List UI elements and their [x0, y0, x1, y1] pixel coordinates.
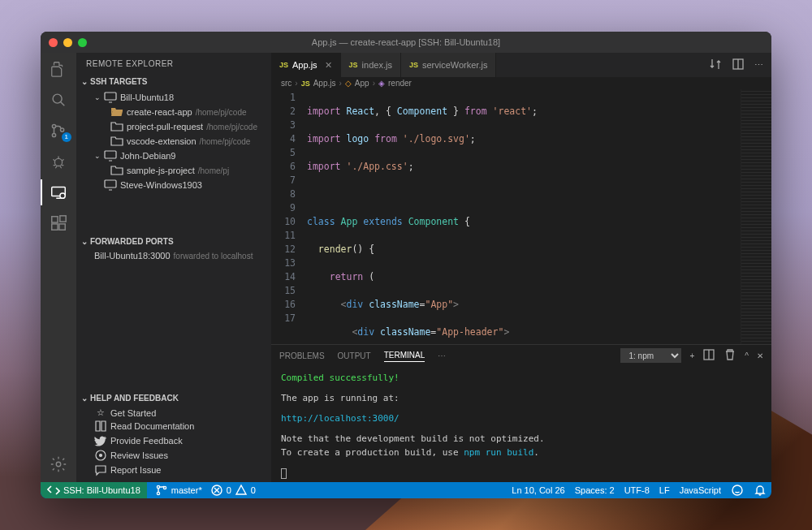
- kill-terminal-icon[interactable]: [723, 348, 736, 363]
- breadcrumb[interactable]: src› JSApp.js› ◇App› ◈render: [271, 77, 771, 89]
- tab-label: serviceWorker.js: [422, 60, 487, 70]
- folder-label: create-react-app: [127, 107, 192, 117]
- host-label: John-Debian9: [120, 151, 176, 161]
- chevron-down-icon: ⌄: [81, 394, 88, 403]
- panel-more-icon[interactable]: ⋯: [438, 351, 446, 360]
- feedback-icon[interactable]: [731, 484, 744, 497]
- window-title: App.js — create-react-app [SSH: Bill-Ubu…: [41, 37, 771, 47]
- term-line: .: [533, 447, 539, 458]
- encoding-status[interactable]: UTF-8: [624, 485, 650, 495]
- notifications-icon[interactable]: [754, 484, 767, 497]
- svg-point-3: [60, 128, 63, 131]
- vm-icon: [104, 91, 117, 104]
- vm-icon: [104, 149, 117, 162]
- editor-tabs: JSApp.js✕ JSindex.js JSserviceWorker.js …: [271, 53, 771, 77]
- extensions-icon[interactable]: [49, 213, 68, 233]
- debug-icon[interactable]: [49, 152, 68, 171]
- svg-rect-10: [60, 216, 66, 222]
- help-label: Review Issues: [110, 450, 168, 460]
- git-branch-status[interactable]: master*: [155, 484, 202, 497]
- remote-folder[interactable]: vscode-extension /home/pj/code: [76, 134, 271, 149]
- tab-serviceworker-js[interactable]: JSserviceWorker.js: [401, 53, 497, 77]
- folder-label: project-pull-request: [127, 122, 203, 131]
- activity-bar: 1: [41, 53, 76, 482]
- eol-status[interactable]: LF: [659, 485, 670, 495]
- titlebar: App.js — create-react-app [SSH: Bill-Ubu…: [41, 32, 771, 53]
- section-forwarded-ports[interactable]: ⌄ FORWARDED PORTS: [76, 235, 271, 248]
- tab-label: index.js: [362, 60, 392, 70]
- forwarded-port[interactable]: Bill-Ubuntu18:3000 forwarded to localhos…: [76, 250, 271, 261]
- search-icon[interactable]: [49, 90, 68, 110]
- ssh-host[interactable]: ⌄ John-Debian9: [76, 149, 271, 163]
- symbol-method-icon: ◈: [378, 79, 385, 88]
- remote-explorer-icon[interactable]: [49, 183, 68, 202]
- more-actions-icon[interactable]: ⋯: [754, 60, 763, 71]
- explorer-icon[interactable]: [49, 59, 68, 79]
- chevron-down-icon: ⌄: [94, 93, 104, 101]
- svg-point-20: [157, 492, 159, 494]
- chevron-down-icon: ⌄: [94, 152, 104, 160]
- terminal-output[interactable]: Compiled successfully! The app is runnin…: [271, 366, 771, 485]
- folder-path: /home/pj/code: [206, 123, 257, 131]
- svg-rect-9: [59, 224, 65, 230]
- source-control-icon[interactable]: 1: [49, 121, 68, 140]
- settings-gear-icon[interactable]: [49, 455, 68, 474]
- section-help-feedback[interactable]: ⌄ HELP AND FEEDBACK: [76, 391, 271, 405]
- remote-folder[interactable]: sample-js-project /home/pj: [76, 163, 271, 178]
- terminal-selector[interactable]: 1: npm: [620, 348, 681, 363]
- crumb[interactable]: src: [281, 79, 292, 88]
- crumb[interactable]: App: [355, 79, 369, 88]
- folder-path: /home/pj: [198, 166, 229, 175]
- problems-status[interactable]: 0 0: [210, 484, 256, 497]
- term-url[interactable]: http://localhost:3000/: [281, 413, 400, 424]
- help-item[interactable]: Review Issues: [76, 448, 271, 463]
- code-content[interactable]: import React, { Component } from 'react'…: [304, 89, 741, 344]
- section-label: FORWARDED PORTS: [90, 237, 174, 246]
- crumb[interactable]: render: [388, 79, 412, 88]
- tab-app-js[interactable]: JSApp.js✕: [271, 53, 341, 77]
- help-item[interactable]: Report Issue: [76, 463, 271, 477]
- ssh-host[interactable]: ⌄ Bill-Ubuntu18: [76, 90, 271, 105]
- crumb[interactable]: App.js: [313, 79, 336, 88]
- sidebar-title: REMOTE EXPLORER: [76, 53, 271, 75]
- port-label: Bill-Ubuntu18:3000: [94, 251, 171, 261]
- help-item[interactable]: Provide Feedback: [76, 433, 271, 448]
- ssh-host[interactable]: › Steve-Windows1903: [76, 178, 271, 192]
- panel-tab-problems[interactable]: PROBLEMS: [279, 350, 325, 362]
- folder-icon: [110, 164, 123, 177]
- comment-icon: [94, 463, 107, 476]
- svg-point-16: [100, 455, 102, 457]
- split-terminal-icon[interactable]: [702, 348, 715, 363]
- section-ssh-targets[interactable]: ⌄ SSH TARGETS: [76, 75, 271, 88]
- new-terminal-icon[interactable]: +: [689, 351, 694, 360]
- cursor-position-status[interactable]: Ln 10, Col 26: [512, 485, 564, 495]
- help-item[interactable]: Read Documentation: [76, 419, 271, 433]
- vscode-window: App.js — create-react-app [SSH: Bill-Ubu…: [41, 32, 771, 498]
- svg-point-1: [52, 124, 55, 127]
- panel-tab-output[interactable]: OUTPUT: [338, 350, 371, 362]
- star-icon: ☆: [94, 407, 107, 418]
- indent-status[interactable]: Spaces: 2: [575, 485, 615, 495]
- help-item[interactable]: ☆Get Started: [76, 407, 271, 419]
- minimap[interactable]: [741, 89, 771, 344]
- close-panel-icon[interactable]: ✕: [757, 351, 763, 360]
- remote-folder[interactable]: project-pull-request /home/pj/code: [76, 119, 271, 134]
- twitter-icon: [94, 434, 107, 447]
- remote-folder[interactable]: create-react-app /home/pj/code: [76, 105, 271, 119]
- code-editor[interactable]: 1234567891011121314151617 import React, …: [271, 89, 771, 344]
- issues-icon: [94, 449, 107, 462]
- editor-area: JSApp.js✕ JSindex.js JSserviceWorker.js …: [271, 53, 771, 482]
- compare-changes-icon[interactable]: [709, 58, 722, 72]
- split-editor-icon[interactable]: [732, 58, 745, 72]
- tab-index-js[interactable]: JSindex.js: [341, 53, 401, 77]
- panel-tabs: PROBLEMS OUTPUT TERMINAL ⋯ 1: npm + ^ ✕: [271, 345, 771, 366]
- help-label: Report Issue: [110, 465, 161, 475]
- maximize-panel-icon[interactable]: ^: [745, 351, 749, 360]
- svg-point-19: [157, 485, 159, 488]
- language-status[interactable]: JavaScript: [680, 485, 721, 495]
- close-icon[interactable]: ✕: [325, 60, 332, 71]
- help-label: Provide Feedback: [110, 436, 183, 446]
- panel-tab-terminal[interactable]: TERMINAL: [384, 349, 425, 362]
- remote-status[interactable]: SSH: Bill-Ubuntu18: [41, 482, 147, 498]
- host-label: Steve-Windows1903: [120, 180, 202, 190]
